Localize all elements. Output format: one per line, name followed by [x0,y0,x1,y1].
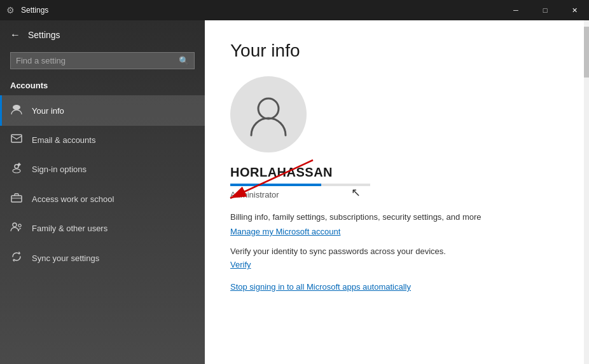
svg-rect-9 [11,196,22,202]
sidebar-item-access-work[interactable]: Access work or school [0,184,205,213]
verify-text: Verify your identity to sync passwords a… [230,246,564,256]
search-box[interactable]: 🔍 [10,52,195,69]
family-users-label: Family & other users [32,224,107,233]
titlebar: ⚙ Settings ─ □ ✕ [0,0,589,20]
role-text: Administrator [230,190,564,199]
minimize-button[interactable]: ─ [501,0,530,20]
titlebar-left: ⚙ Settings [0,5,48,15]
access-work-label: Access work or school [32,194,114,204]
your-info-icon [10,104,23,118]
sidebar-item-your-info[interactable]: Your info [0,95,205,126]
svg-rect-0 [13,105,20,110]
avatar [230,76,307,152]
titlebar-controls: ─ □ ✕ [501,0,589,20]
sign-in-icon [10,162,23,176]
briefcase-icon [10,192,23,205]
page-title: Your info [230,41,564,61]
email-accounts-label: Email & accounts [32,135,95,145]
family-icon [10,222,23,234]
search-icon: 🔍 [179,56,189,65]
main-content: Your info HORLAHASSAN Administrator Bill… [205,20,589,364]
svg-rect-1 [11,135,22,142]
scrollbar-thumb[interactable] [584,27,589,78]
close-button[interactable]: ✕ [560,0,589,20]
sidebar-item-family-users[interactable]: Family & other users [0,213,205,243]
avatar-icon [246,92,291,137]
svg-point-3 [13,169,20,173]
sign-in-label: Sign-in options [32,165,87,174]
section-title: Accounts [0,77,205,95]
progress-bar [230,184,370,186]
verify-link[interactable]: Verify [230,260,564,269]
sidebar-nav: Your info Email & accounts [0,95,205,273]
progress-bar-fill [230,184,321,186]
maximize-button[interactable]: □ [530,0,560,20]
your-info-label: Your info [32,106,64,116]
titlebar-title: Settings [21,6,48,15]
sidebar: ← Settings 🔍 Accounts Your info [0,20,205,364]
sync-icon [10,251,23,265]
svg-point-4 [18,163,20,166]
svg-point-11 [13,223,17,227]
svg-point-2 [15,165,18,168]
sync-settings-label: Sync your settings [32,253,99,263]
settings-icon: ⚙ [6,5,15,15]
svg-point-12 [18,224,21,227]
sidebar-back-button[interactable]: ← Settings [0,20,205,50]
manage-account-link[interactable]: Manage my Microsoft account [230,227,564,236]
stop-signing-link[interactable]: Stop signing in to all Microsoft apps au… [230,282,564,292]
sidebar-item-email-accounts[interactable]: Email & accounts [0,126,205,154]
app-container: ← Settings 🔍 Accounts Your info [0,20,589,364]
svg-point-13 [258,98,279,119]
back-arrow-icon: ← [10,29,20,41]
search-input[interactable] [16,56,174,65]
scrollbar[interactable] [584,20,589,364]
sidebar-item-sign-in[interactable]: Sign-in options [0,154,205,184]
sidebar-back-label: Settings [28,30,60,40]
billing-text: Billing info, family settings, subscript… [230,212,564,222]
email-icon [10,134,23,145]
username: HORLAHASSAN [230,165,564,180]
sidebar-item-sync-settings[interactable]: Sync your settings [0,243,205,273]
